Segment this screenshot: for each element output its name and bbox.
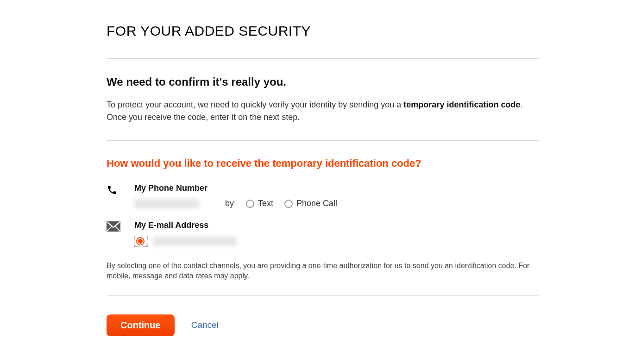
phone-icon bbox=[107, 183, 134, 197]
radio-text-label: Text bbox=[258, 199, 273, 208]
email-address-redacted bbox=[153, 237, 237, 246]
intro-subtitle: We need to confirm it's really you. bbox=[107, 75, 539, 88]
phone-radio-group: Text Phone Call bbox=[246, 199, 337, 208]
question-heading: How would you like to receive the tempor… bbox=[107, 141, 539, 169]
email-option-row: My E-mail Address bbox=[107, 220, 539, 247]
intro-lead: To protect your account, we need to quic… bbox=[107, 100, 403, 109]
delivery-section: How would you like to receive the tempor… bbox=[107, 141, 539, 282]
cancel-button[interactable]: Cancel bbox=[191, 320, 219, 330]
radio-phonecall-label: Phone Call bbox=[296, 199, 337, 208]
email-label: My E-mail Address bbox=[134, 220, 539, 230]
radio-phonecall-option[interactable]: Phone Call bbox=[284, 199, 337, 208]
phone-label: My Phone Number bbox=[134, 183, 539, 193]
radio-circle-icon bbox=[246, 200, 254, 208]
phone-number-redacted bbox=[134, 199, 199, 208]
radio-email-option[interactable] bbox=[134, 236, 148, 247]
phone-line: by Text Phone Call bbox=[134, 199, 539, 208]
radio-circle-icon bbox=[284, 200, 293, 208]
security-verification-page: FOR YOUR ADDED SECURITY We need to confi… bbox=[107, 0, 539, 336]
action-bar: Continue Cancel bbox=[107, 296, 539, 336]
email-option-content: My E-mail Address bbox=[134, 220, 539, 247]
disclaimer-text: By selecting one of the contact channels… bbox=[107, 261, 539, 282]
phone-option-row: My Phone Number by Text Phone Call bbox=[107, 183, 539, 208]
intro-section: We need to confirm it's really you. To p… bbox=[107, 59, 539, 140]
email-line bbox=[134, 236, 539, 247]
mail-icon bbox=[107, 220, 134, 233]
radio-text-option[interactable]: Text bbox=[246, 199, 273, 208]
intro-bold: temporary identification code bbox=[403, 100, 520, 109]
radio-circle-selected-icon bbox=[136, 237, 145, 245]
intro-text: To protect your account, we need to quic… bbox=[107, 99, 539, 124]
phone-option-content: My Phone Number by Text Phone Call bbox=[134, 183, 539, 208]
continue-button[interactable]: Continue bbox=[107, 314, 175, 336]
page-title: FOR YOUR ADDED SECURITY bbox=[107, 23, 539, 39]
by-label: by bbox=[225, 199, 234, 208]
